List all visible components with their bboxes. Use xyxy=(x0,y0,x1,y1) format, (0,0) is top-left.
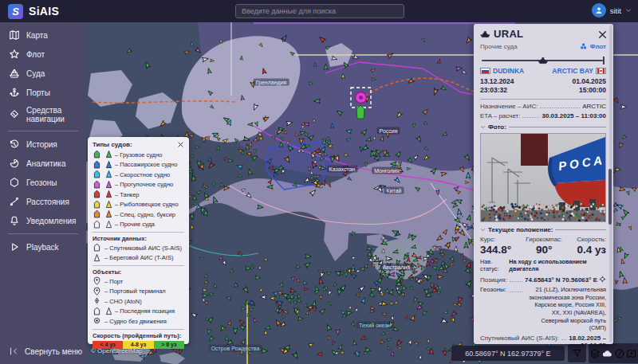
legend-glyph-icon xyxy=(93,209,101,219)
speed-bin: > 8 уз xyxy=(154,341,184,349)
app-title: SiAIS xyxy=(29,5,59,18)
legend-glyph-icon xyxy=(104,209,112,219)
legend-object: – Портовый терминал xyxy=(93,287,184,297)
origin-port[interactable]: DUDINKA xyxy=(480,67,524,75)
app-logo[interactable]: S SiAIS xyxy=(0,4,86,19)
ship-types-legend-panel: Типы судов: – Грузовое судно– Пассажирск… xyxy=(88,137,189,344)
legend-glyph-icon xyxy=(93,253,101,263)
legend-object: – Порт xyxy=(93,276,184,287)
compass-button[interactable] xyxy=(614,348,625,359)
locate-icon[interactable] xyxy=(599,276,606,283)
legend-ship-type: – Скоростное судно xyxy=(93,170,184,180)
anchor-icon xyxy=(9,87,20,98)
sidebar-item-суда[interactable]: Суда xyxy=(0,64,86,83)
photo-section-header[interactable]: Фото: xyxy=(480,123,606,131)
legend-glyph-icon xyxy=(93,296,101,306)
legend-glyph-icon xyxy=(93,150,101,159)
legend-glyph-icon xyxy=(93,180,101,190)
legend-label: – Танкер xyxy=(115,191,140,198)
bell-icon xyxy=(9,215,20,226)
sidebar-item-label: Аналитика xyxy=(26,159,66,168)
sidebar-item-расстояния[interactable]: Расстояния xyxy=(0,192,86,211)
sidebar-item-label: Средства навигации xyxy=(26,106,86,123)
legend-source: – Береговой АИС (T-AIS) xyxy=(93,253,184,264)
legend-objects-title: Объекты: xyxy=(93,268,184,276)
map-controls xyxy=(589,343,638,363)
sidebar-item-аналитика[interactable]: Аналитика xyxy=(0,154,86,173)
legend-glyph-icon xyxy=(93,220,101,229)
add-to-fleet-link[interactable]: Флот xyxy=(580,42,606,50)
sidebar-item-playback[interactable]: Playback xyxy=(0,237,86,256)
user-menu[interactable]: sitit xyxy=(592,3,632,18)
legend-label: – Спец. судно, буксир xyxy=(115,211,175,218)
legend-glyph-icon xyxy=(104,200,112,209)
sidebar-item-label: Порты xyxy=(26,88,50,97)
legend-glyph-icon xyxy=(93,276,101,286)
sidebar: КартаФлотСудаПортыСредства навигацииИсто… xyxy=(0,22,86,364)
legend-ship-type: – Грузовое судно xyxy=(93,150,184,160)
panel-close-icon[interactable] xyxy=(597,29,606,38)
voyage-progress-slider[interactable] xyxy=(480,55,606,65)
legend-glyph-icon xyxy=(104,160,112,170)
topbar: S SiAIS sitit xyxy=(0,0,638,22)
legend-label: – Рыболовецкое судно xyxy=(115,201,179,208)
legend-label: – СНО (AtoN) xyxy=(104,298,142,305)
collapse-menu-button[interactable]: Свернуть меню xyxy=(0,340,86,364)
legend-sources-title: Источник данных: xyxy=(93,235,184,242)
star-icon xyxy=(9,49,20,60)
legend-title: Типы судов: xyxy=(93,141,132,148)
legend-source: – Спутниковый АИС (S-AIS) xyxy=(93,243,184,253)
sidebar-item-label: Геозоны xyxy=(26,178,57,187)
sidebar-item-флот[interactable]: Флот xyxy=(0,45,86,64)
legend-glyph-icon xyxy=(93,160,101,170)
current-position-section-header[interactable]: Текущее положение: xyxy=(480,226,606,233)
layers-button[interactable] xyxy=(589,348,601,359)
search-input[interactable] xyxy=(235,4,404,18)
legend-label: – Порт xyxy=(104,278,123,285)
sidebar-item-история[interactable]: История xyxy=(0,135,86,154)
sidebar-item-label: Флот xyxy=(26,50,45,59)
legend-label: – Скоростное судно xyxy=(115,171,170,178)
vessel-detail-panel: URAL Прочие суда Флот DUDINKA ARCTIC BAY… xyxy=(474,24,613,344)
legend-ship-type: – Рыболовецкое судно xyxy=(93,200,184,210)
chevron-down-icon xyxy=(625,7,632,14)
legend-ship-type: – Прочие суда xyxy=(93,220,184,230)
course-value: Курс:344.8° xyxy=(480,236,511,256)
legend-label: – Прогулочное судно xyxy=(115,181,173,188)
basemap-button[interactable] xyxy=(626,348,637,359)
destination-port[interactable]: ARCTIC BAY xyxy=(552,67,606,75)
user-icon xyxy=(594,6,604,15)
sidebar-item-средства-навигации[interactable]: Средства навигации xyxy=(0,102,86,127)
position-row: Позиция: 74.65843° N 70.56063° E xyxy=(480,275,606,284)
legend-glyph-icon xyxy=(93,200,101,209)
legend-ship-type: – Спец. судно, буксир xyxy=(93,209,184,220)
navaid-icon xyxy=(9,109,20,120)
filter-button[interactable] xyxy=(568,344,586,362)
sidebar-item-геозоны[interactable]: Геозоны xyxy=(0,173,86,192)
legend-glyph-icon xyxy=(104,150,112,159)
analytics-icon xyxy=(9,158,20,169)
legend-close-icon[interactable] xyxy=(177,141,184,148)
weather-button[interactable] xyxy=(601,348,612,359)
sidebar-item-уведомления[interactable]: Уведомления xyxy=(0,211,86,230)
vessel-photo[interactable]: РОСА xyxy=(480,133,606,222)
nav-status-row: Нав. статус: На ходу с использованием дв… xyxy=(480,258,606,272)
fleet-icon xyxy=(580,42,588,50)
section-chevron-icon xyxy=(480,124,486,130)
legend-glyph-icon xyxy=(93,243,101,252)
voyage-slider-thumb[interactable] xyxy=(537,55,549,65)
history-icon xyxy=(9,139,20,150)
legend-ship-type: – Танкер xyxy=(93,190,184,200)
geozones-row: Геозоны: 21 (LLZ), Исключительная эконом… xyxy=(480,286,606,332)
legend-label: – Прочие суда xyxy=(115,221,155,228)
cursor-coordinates: 60.58697° N 162.97379° E xyxy=(451,346,565,361)
funnel-icon xyxy=(572,348,582,358)
sidebar-item-карта[interactable]: Карта xyxy=(0,25,86,45)
speed-bin: 4-8 уз xyxy=(123,341,153,349)
legend-glyph-icon xyxy=(93,287,101,296)
legend-glyph-icon xyxy=(93,190,101,199)
panel-scrollbar[interactable] xyxy=(609,25,612,342)
speed-bin: < 4 уз xyxy=(93,341,123,349)
distance-icon xyxy=(9,196,20,207)
sidebar-item-порты[interactable]: Порты xyxy=(0,83,86,102)
